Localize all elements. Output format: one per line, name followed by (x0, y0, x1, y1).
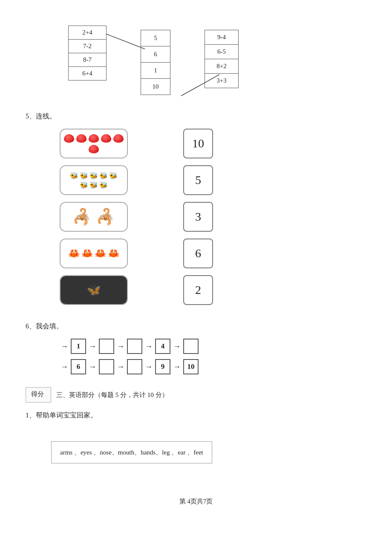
num-box-5: 5 (183, 165, 213, 195)
number-column: 10 5 3 6 2 (183, 129, 213, 305)
bee-icon: 🐝 (99, 172, 108, 180)
fruit-dot (113, 134, 124, 143)
dark-bug-display: 🦋 (61, 276, 127, 304)
fruit-dot (89, 145, 99, 153)
english-section1: 1、帮助单词宝宝回家。 arms 、eyes 、nose、mouth、hands… (26, 411, 366, 463)
fill-cell-2-2[interactable] (99, 359, 114, 374)
match-col1-cell2: 7-2 (69, 40, 106, 53)
fill-cell-1-1: 1 (71, 339, 86, 354)
arrow-icon: → (145, 342, 153, 351)
img-bees: 🐝 🐝 🐝 🐝 🐝 🐝 🐝 🐝 (60, 165, 128, 195)
arrow-icon: → (89, 342, 96, 351)
match-col1-cell3: 8-7 (69, 53, 106, 67)
num-box-2: 2 (183, 275, 213, 305)
score-box: 得分 (26, 387, 51, 403)
arrow-icon: → (61, 362, 68, 371)
connect-section: 🐝 🐝 🐝 🐝 🐝 🐝 🐝 🐝 🦂 🦂 🦀 🦀 🦀 (26, 129, 366, 305)
fill-cell-1-3[interactable] (127, 339, 142, 354)
fill-cell-2-5: 10 (183, 359, 199, 374)
arrow-icon: → (173, 362, 181, 371)
num-box-10: 10 (183, 129, 213, 158)
svg-line-1 (181, 75, 219, 96)
crab-icon: 🦀 (108, 248, 119, 259)
crab-icon: 🦀 (95, 248, 106, 259)
word-bank-container: arms 、eyes 、nose、mouth、hands、leg 、ear 、f… (26, 433, 366, 463)
arrow-icon: → (173, 342, 181, 351)
section6: 6、我会填。 → 1 → → → 4 → → 6 → → → 9 → 10 (26, 322, 366, 374)
matching-section: 2+4 7-2 8-7 6+4 5 6 1 10 9-4 6-5 8+2 3+3 (26, 26, 366, 95)
section6-label: 6、我会填。 (26, 322, 366, 331)
english-section1-label: 1、帮助单词宝宝回家。 (26, 411, 366, 420)
word-bank: arms 、eyes 、nose、mouth、hands、leg 、ear 、f… (51, 441, 212, 463)
footer: 第 4页共7页 (26, 497, 366, 506)
bee-icon: 🐝 (89, 181, 98, 189)
fill-cell-1-5[interactable] (183, 339, 199, 354)
scorpion-icon: 🦂 (96, 208, 115, 226)
scorpion-display: 🦂 🦂 (72, 208, 115, 226)
fill-row2: → 6 → → → 9 → 10 (26, 359, 366, 374)
arrow-icon: → (117, 342, 124, 351)
img-red-fruit (60, 129, 128, 158)
match-lines-2 (181, 30, 232, 115)
fruit-display (61, 131, 127, 157)
fruit-dot (101, 134, 111, 143)
match-col1-cell4: 6+4 (69, 67, 106, 80)
img-dark-bug: 🦋 (60, 275, 128, 305)
num-box-3: 3 (183, 202, 213, 232)
score-section: 得分 三、英语部分（每题 5 分，共计 10 分） (26, 387, 366, 403)
image-column: 🐝 🐝 🐝 🐝 🐝 🐝 🐝 🐝 🦂 🦂 🦀 🦀 🦀 (60, 129, 128, 305)
match-col1-cell1: 2+4 (69, 26, 106, 40)
crab-icon: 🦀 (68, 248, 80, 259)
fill-cell-2-1: 6 (71, 359, 86, 374)
bee-icon: 🐝 (80, 172, 88, 180)
crab-icon: 🦀 (81, 248, 93, 259)
arrow-icon: → (145, 362, 153, 371)
img-crabs: 🦀 🦀 🦀 🦀 (60, 239, 128, 268)
fruit-dot (76, 134, 86, 143)
match-lines-1 (107, 26, 158, 94)
num-box-6: 6 (183, 239, 213, 268)
fill-cell-2-3[interactable] (127, 359, 142, 374)
fruit-dot (89, 134, 99, 143)
fruit-dot (64, 134, 74, 143)
match-col1: 2+4 7-2 8-7 6+4 (68, 26, 107, 81)
crab-display: 🦀 🦀 🦀 🦀 (68, 248, 119, 259)
footer-text: 第 4页共7页 (179, 498, 213, 505)
dark-bug-icon: 🦋 (87, 284, 101, 297)
fill-cell-2-4: 9 (155, 359, 170, 374)
fill-cell-1-4: 4 (155, 339, 170, 354)
arrow-icon: → (61, 342, 68, 351)
scorpion-icon: 🦂 (72, 208, 92, 226)
arrow-icon: → (89, 362, 96, 371)
img-scorpion: 🦂 🦂 (60, 202, 128, 232)
english-section-title: 三、英语部分（每题 5 分，共计 10 分） (56, 391, 168, 399)
bee-icon: 🐝 (89, 172, 98, 180)
fill-row1: → 1 → → → 4 → (26, 339, 366, 354)
bee-icon: 🐝 (99, 181, 108, 189)
bee-icon: 🐝 (109, 172, 118, 180)
arrow-icon: → (117, 362, 124, 371)
svg-line-0 (107, 34, 145, 49)
bee-icon: 🐝 (70, 172, 78, 180)
bee-icon: 🐝 (80, 181, 88, 189)
bee-display: 🐝 🐝 🐝 🐝 🐝 🐝 🐝 🐝 (64, 169, 124, 192)
fill-cell-1-2[interactable] (99, 339, 114, 354)
